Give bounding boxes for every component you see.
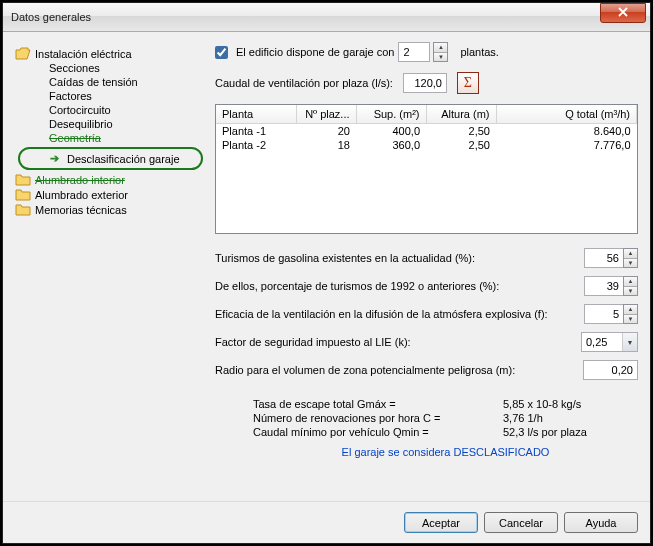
folder-open-icon	[15, 47, 31, 60]
tree-item-cortocircuito[interactable]: Cortocircuito	[15, 103, 203, 117]
tree-folder-alumbrado-exterior[interactable]: Alumbrado exterior	[15, 187, 203, 202]
help-button[interactable]: Ayuda	[564, 512, 638, 533]
param-1992-label: De ellos, porcentaje de turismos de 1992…	[215, 280, 584, 292]
param-factor-select[interactable]: 0,25 ▼	[581, 332, 638, 352]
result-gmax-value: 5,85 x 10-8 kg/s	[503, 398, 581, 410]
accept-button[interactable]: Aceptar	[404, 512, 478, 533]
tree-item-secciones[interactable]: Secciones	[15, 61, 203, 75]
tree-root-instalacion[interactable]: Instalación eléctrica	[15, 46, 203, 61]
param-spinner[interactable]: ▲▼	[623, 304, 638, 324]
plantas-input[interactable]	[398, 42, 430, 62]
tree-item-caidas[interactable]: Caídas de tensión	[15, 75, 203, 89]
result-gmax-label: Tasa de escape total Gmáx =	[253, 398, 503, 410]
garage-checkbox[interactable]	[215, 46, 228, 59]
sigma-button[interactable]: Σ	[457, 72, 479, 94]
tree-item-geometria[interactable]: Geometría	[15, 131, 203, 145]
param-spinner[interactable]: ▲▼	[623, 248, 638, 268]
param-radio-label: Radio para el volumen de zona potencialm…	[215, 364, 583, 376]
cancel-button[interactable]: Cancelar	[484, 512, 558, 533]
plantas-spinner[interactable]: ▲▼	[433, 42, 448, 62]
classification-status: El garaje se considera DESCLASIFICADO	[253, 446, 638, 458]
th-sup: Sup. (m²)	[356, 105, 426, 124]
th-plazas: Nº plaz...	[296, 105, 356, 124]
close-button[interactable]	[600, 3, 646, 23]
param-eficacia-label: Eficacia de la ventilación en la difusió…	[215, 308, 584, 320]
titlebar: Datos generales	[3, 3, 650, 32]
window-title: Datos generales	[11, 11, 600, 23]
chevron-down-icon: ▼	[622, 333, 637, 351]
dialog-window: Datos generales Instalación eléctrica Se…	[2, 2, 651, 544]
tree-item-desclasificacion[interactable]: ➔Desclasificación garaje	[18, 147, 203, 170]
th-planta: Planta	[216, 105, 296, 124]
tree-folder-memorias[interactable]: Memorias técnicas	[15, 202, 203, 217]
param-eficacia-input[interactable]	[584, 304, 624, 324]
tree-item-factores[interactable]: Factores	[15, 89, 203, 103]
content-panel: El edificio dispone de garaje con ▲▼ pla…	[215, 42, 638, 493]
caudal-label: Caudal de ventilación por plaza (l/s):	[215, 77, 393, 89]
param-spinner[interactable]: ▲▼	[623, 276, 638, 296]
results-block: Tasa de escape total Gmáx =5,85 x 10-8 k…	[215, 388, 638, 458]
plantas-table[interactable]: Planta Nº plaz... Sup. (m²) Altura (m) Q…	[215, 104, 638, 234]
folder-icon	[15, 188, 31, 201]
tree-item-desequilibrio[interactable]: Desequilibrio	[15, 117, 203, 131]
param-turismos-label: Turismos de gasolina existentes en la ac…	[215, 252, 584, 264]
table-row[interactable]: Planta -1 20 400,0 2,50 8.640,0	[216, 124, 637, 139]
th-qtotal: Q total (m³/h)	[496, 105, 637, 124]
garage-label-post: plantas.	[460, 46, 499, 58]
folder-icon	[15, 173, 31, 186]
result-qmin-value: 52,3 l/s por plaza	[503, 426, 587, 438]
folder-icon	[15, 203, 31, 216]
arrow-right-icon: ➔	[50, 152, 59, 165]
caudal-input[interactable]	[403, 73, 447, 93]
garage-label-pre: El edificio dispone de garaje con	[236, 46, 394, 58]
param-factor-label: Factor de seguridad impuesto al LIE (k):	[215, 336, 581, 348]
th-altura: Altura (m)	[426, 105, 496, 124]
result-renovaciones-value: 3,76 1/h	[503, 412, 543, 424]
nav-tree[interactable]: Instalación eléctrica Secciones Caídas d…	[15, 42, 203, 493]
dialog-footer: Aceptar Cancelar Ayuda	[3, 501, 650, 543]
tree-folder-alumbrado-interior[interactable]: Alumbrado interior	[15, 172, 203, 187]
param-turismos-input[interactable]	[584, 248, 624, 268]
param-radio-input[interactable]	[583, 360, 638, 380]
tree-label: Instalación eléctrica	[35, 48, 132, 60]
table-row[interactable]: Planta -2 18 360,0 2,50 7.776,0	[216, 138, 637, 152]
result-renovaciones-label: Número de renovaciones por hora C =	[253, 412, 503, 424]
param-1992-input[interactable]	[584, 276, 624, 296]
result-qmin-label: Caudal mínimo por vehículo Qmin =	[253, 426, 503, 438]
